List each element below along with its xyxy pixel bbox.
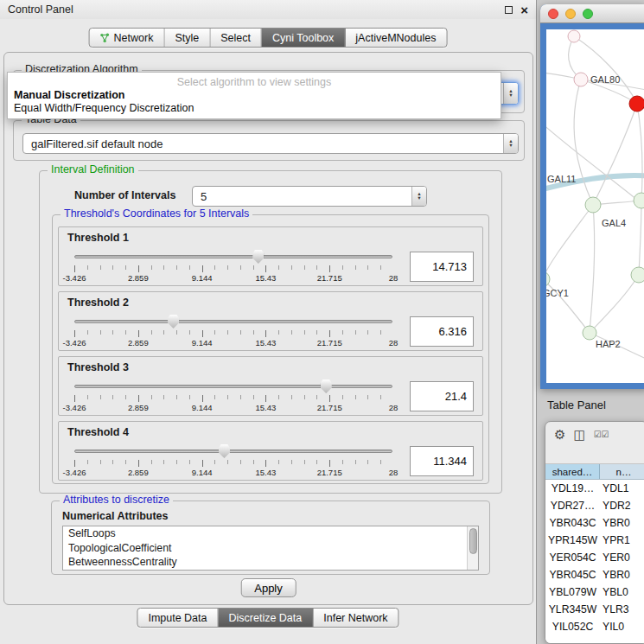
table-row[interactable]: YBR043CYBR0: [545, 514, 644, 532]
threshold-value-field[interactable]: 11.344: [410, 446, 474, 476]
slider-scale-label: 28: [389, 273, 399, 283]
slider-thumb[interactable]: [219, 444, 230, 458]
slider-scale-label: 15.43: [256, 403, 277, 412]
combo-stepper-icon[interactable]: ▲ ▼: [503, 83, 518, 104]
network-node-green[interactable]: [583, 326, 596, 340]
scrollbar-thumb[interactable]: [469, 528, 477, 554]
list-scrollbar[interactable]: [467, 526, 478, 570]
numerical-attributes-label: Numerical Attributes: [62, 510, 168, 522]
table-row[interactable]: YPR145WYPR1: [545, 532, 644, 549]
network-node-red[interactable]: [629, 96, 644, 112]
attribute-item[interactable]: SelfLoops: [63, 526, 478, 541]
network-svg: GAL80GAL11GAL4GCY1HAP2: [546, 29, 644, 383]
slider-thumb[interactable]: [252, 250, 264, 264]
tab-cyni-toolbox[interactable]: Cyni Toolbox: [262, 29, 345, 47]
threshold-panel: Threshold 4 -3.4262.8599.14415.4321.7152…: [58, 421, 483, 481]
table-cell: YDL19…: [545, 480, 600, 497]
table-header: shared…n…: [545, 463, 644, 480]
close-traffic-light-icon[interactable]: [548, 9, 558, 19]
network-icon: [100, 33, 110, 43]
column-header[interactable]: n…: [600, 464, 644, 479]
slider-scale-label: 9.144: [192, 338, 213, 348]
tab-jactivemnodules[interactable]: jActiveMNodules: [345, 29, 446, 47]
window-controls: ×: [505, 3, 528, 16]
network-node-green[interactable]: [634, 193, 644, 208]
table-row[interactable]: YBR045CYBR0: [545, 566, 644, 583]
slider-scale: -3.4262.8599.14415.4321.71528: [74, 338, 393, 348]
network-node-green[interactable]: [631, 267, 644, 283]
network-node-pink[interactable]: [574, 73, 588, 86]
network-node-green[interactable]: [546, 271, 550, 287]
attribute-item[interactable]: BetweennessCentrality: [63, 555, 478, 570]
column-header[interactable]: shared…: [545, 464, 600, 479]
slider-scale-label: 9.144: [192, 403, 213, 412]
slider-track[interactable]: [74, 450, 392, 453]
slider-thumb[interactable]: [168, 315, 179, 328]
threshold-slider[interactable]: [74, 314, 392, 329]
table-row[interactable]: YER054CYER0: [545, 549, 644, 566]
table-panel-window: ⚙ ◫ ☑☑ shared…n… YDL19…YDL1YDR27…YDR2YBR…: [545, 421, 644, 644]
gear-icon[interactable]: ⚙: [554, 427, 565, 443]
slider-scale-label: 9.144: [192, 468, 213, 477]
slider-scale: -3.4262.8599.14415.4321.71528: [74, 468, 393, 478]
popup-item[interactable]: Manual Discretization: [8, 89, 501, 102]
slider-track[interactable]: [74, 320, 392, 323]
tab-infer-network[interactable]: Infer Network: [313, 609, 398, 627]
threshold-slider[interactable]: [74, 443, 392, 459]
attribute-item[interactable]: TopologicalCoefficient: [63, 541, 478, 556]
tab-style[interactable]: Style: [164, 29, 210, 47]
number-of-intervals-combobox[interactable]: 5 ▲ ▼: [192, 186, 427, 207]
slider-scale-label: -3.426: [63, 403, 86, 412]
slider-scale-label: 21.715: [317, 468, 342, 477]
table-row[interactable]: YBL079WYBL0: [545, 583, 644, 601]
combo-stepper-icon[interactable]: ▲ ▼: [503, 134, 518, 153]
table-data-combobox[interactable]: galFiltered.sif default node ▲ ▼: [22, 133, 519, 154]
table-toolbar: ⚙ ◫ ☑☑: [545, 422, 644, 455]
tab-select[interactable]: Select: [210, 29, 262, 47]
threshold-label: Threshold 2: [67, 296, 129, 309]
threshold-value-field[interactable]: 21.4: [410, 381, 474, 411]
columns-icon[interactable]: ◫: [573, 427, 585, 443]
threshold-value-field[interactable]: 6.316: [410, 316, 474, 347]
zoom-traffic-light-icon[interactable]: [583, 9, 593, 19]
group-title: Interval Definition: [48, 163, 138, 175]
threshold-slider[interactable]: [74, 249, 392, 265]
tab-label: Infer Network: [323, 612, 387, 624]
tab-discretize-data[interactable]: Discretize Data: [219, 609, 314, 627]
threshold-value-field[interactable]: 14.713: [410, 252, 474, 282]
network-node-green[interactable]: [585, 197, 601, 213]
minimize-traffic-light-icon[interactable]: [565, 9, 576, 19]
tab-label: jActiveMNodules: [355, 32, 436, 44]
slider-track[interactable]: [74, 385, 392, 388]
popup-item[interactable]: Equal Width/Frequency Discretization: [8, 102, 501, 115]
threshold-label: Threshold 1: [67, 232, 129, 244]
table-row[interactable]: YDR27…YDR2: [545, 497, 644, 514]
slider-scale-label: 28: [389, 468, 399, 477]
apply-button[interactable]: Apply: [240, 578, 296, 597]
network-canvas[interactable]: GAL80GAL11GAL4GCY1HAP2: [546, 29, 644, 383]
float-window-icon[interactable]: [505, 6, 513, 14]
group-title: Attributes to discretize: [60, 494, 173, 506]
slider-scale-label: -3.426: [63, 273, 86, 283]
tab-network[interactable]: Network: [90, 29, 165, 47]
tab-impute-data[interactable]: Impute Data: [137, 609, 218, 627]
slider-track[interactable]: [74, 255, 392, 258]
table-cell: YDL1: [600, 480, 644, 497]
numerical-attributes-list[interactable]: SelfLoopsTopologicalCoefficientBetweenne…: [62, 526, 479, 571]
table-data-group: Table Data galFiltered.sif default node …: [13, 120, 525, 161]
popup-placeholder: Select algorithm to view settings: [8, 75, 501, 89]
threshold-slider[interactable]: [74, 379, 392, 394]
select-columns-icon[interactable]: ☑☑: [594, 430, 609, 440]
group-title: Threshold's Coordinates for 5 Intervals: [61, 207, 252, 220]
table-row[interactable]: YLR345WYLR3: [545, 601, 644, 618]
slider-ticks: [74, 265, 393, 272]
network-node-pink[interactable]: [568, 30, 580, 42]
slider-thumb[interactable]: [321, 379, 332, 393]
combo-stepper-icon[interactable]: ▲ ▼: [411, 187, 426, 206]
network-view-window: GAL80GAL11GAL4GCY1HAP2: [540, 4, 644, 389]
close-icon[interactable]: ×: [520, 3, 528, 16]
bottom-tab-strip: Impute DataDiscretize DataInfer Network: [137, 608, 399, 628]
table-row[interactable]: YIL052CYIL0: [545, 618, 644, 635]
table-row[interactable]: YDL19…YDL1: [545, 480, 644, 497]
network-node-label: GCY1: [546, 288, 569, 298]
